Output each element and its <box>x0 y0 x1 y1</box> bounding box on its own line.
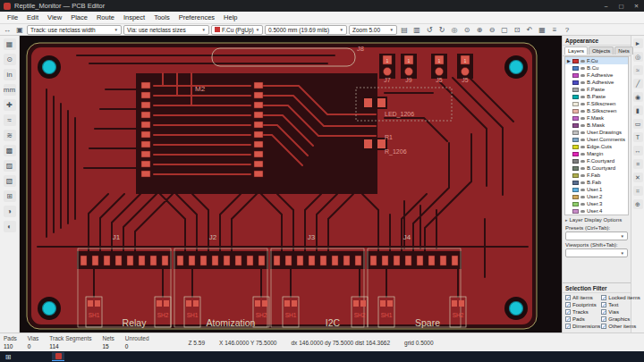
layer-color-swatch[interactable] <box>572 59 579 63</box>
filter-checkbox-item[interactable]: ✓ Dimensions <box>565 324 600 329</box>
layer-color-swatch[interactable] <box>572 66 579 71</box>
menu-item[interactable]: Preferences <box>174 12 219 23</box>
ref-j7[interactable]: J7 <box>384 77 391 83</box>
section-label-atomization[interactable]: Atomization <box>207 317 256 328</box>
mounting-hole[interactable] <box>504 297 528 320</box>
tab-objects[interactable]: Objects <box>589 46 614 55</box>
checkbox-icon[interactable]: ✓ <box>601 324 606 329</box>
menu-item[interactable]: View <box>43 12 66 23</box>
layer-color-swatch[interactable] <box>572 145 579 149</box>
layer-visibility-icon[interactable] <box>580 103 585 105</box>
toolbar-icon-find-icon[interactable]: ◎ <box>449 25 460 35</box>
menu-item[interactable]: Tools <box>149 12 174 23</box>
checkbox-icon[interactable]: ✓ <box>565 324 571 329</box>
checkbox-icon[interactable]: ✓ <box>601 302 606 307</box>
layer-row-B.Fab[interactable]: B.Fab <box>565 179 628 186</box>
layer-color-swatch[interactable] <box>572 195 579 199</box>
filter-checkbox-item[interactable]: ✓ All items <box>565 295 600 300</box>
layer-row-F.Mask[interactable]: F.Mask <box>565 114 628 122</box>
layer-display-options-header[interactable]: ▸ Layer Display Options <box>563 215 631 223</box>
left-toolbar-icon-pad-numbers-icon[interactable]: ⊞ <box>4 190 16 202</box>
layer-color-swatch[interactable] <box>572 80 579 85</box>
right-toolbar-icon-highlight-net-icon[interactable]: ◎ <box>633 52 643 62</box>
toolbar-icon-rotate-icon[interactable]: ↶ <box>524 25 535 35</box>
layer-row-User.1[interactable]: User.1 <box>565 186 628 193</box>
label-sh[interactable]: SH2 <box>157 312 169 318</box>
section-label-i2c[interactable]: I2C <box>326 317 341 328</box>
layer-color-swatch[interactable] <box>572 159 579 164</box>
footprint-led[interactable] <box>362 97 387 109</box>
label-sh[interactable]: SH1 <box>89 312 100 318</box>
layer-row-Margin[interactable]: Margin <box>565 150 628 157</box>
mounting-hole[interactable] <box>38 55 61 79</box>
label-sh[interactable]: SH2 <box>256 312 267 318</box>
layer-color-swatch[interactable] <box>572 152 579 156</box>
checkbox-icon[interactable]: ✓ <box>565 316 571 322</box>
left-toolbar-icon-ratsnest-icon[interactable]: ≈ <box>4 114 16 126</box>
filter-checkbox-item[interactable]: ✓ Footprints <box>565 302 600 307</box>
ref-j2[interactable]: J2 <box>209 233 217 241</box>
label-sh[interactable]: SH2 <box>354 312 366 318</box>
layer-row-F.Fab[interactable]: F.Fab <box>565 172 628 179</box>
pcb-canvas[interactable]: J8 M2 J7 J9 J5 J5 1 1 1 1 LED_1206 R1 R_… <box>20 36 562 333</box>
menu-item[interactable]: Place <box>66 12 92 23</box>
checkbox-icon[interactable]: ✓ <box>565 309 571 315</box>
ref-j5a[interactable]: J5 <box>436 77 443 83</box>
layer-color-swatch[interactable] <box>572 95 579 99</box>
layer-visibility-icon[interactable] <box>580 88 585 91</box>
layer-row-F.Silkscreen[interactable]: F.Silkscreen <box>565 100 628 107</box>
layer-color-swatch[interactable] <box>572 202 579 206</box>
left-toolbar-icon-units-inch-icon[interactable]: in <box>4 69 16 80</box>
right-toolbar-icon-delete-tool-icon[interactable]: ✕ <box>633 173 643 182</box>
label-sh[interactable]: SH1 <box>285 312 297 318</box>
label-led[interactable]: LED_1206 <box>385 111 414 118</box>
layer-row-User.2[interactable]: User.2 <box>565 193 628 200</box>
filter-checkbox-item[interactable]: ✓ Pads <box>565 316 600 322</box>
toolbar-icon-redo-icon[interactable]: ↻ <box>436 25 447 35</box>
track-width-dropdown[interactable]: Track: use netclass width▼ <box>27 25 122 35</box>
layer-visibility-icon[interactable] <box>580 96 585 98</box>
left-toolbar-icon-zone-outline-icon[interactable]: ▨ <box>4 160 16 172</box>
window-button-minimize-button[interactable]: – <box>598 0 614 12</box>
window-button-close-button[interactable]: ✕ <box>629 0 644 12</box>
left-toolbar-icon-zone-fill-icon[interactable]: ▩ <box>4 145 16 156</box>
ref-j9[interactable]: J9 <box>405 77 412 83</box>
left-toolbar-icon-polar-coords-icon[interactable]: ⊙ <box>4 54 16 65</box>
footprint-j9[interactable] <box>401 54 417 79</box>
menu-item[interactable]: Inspect <box>119 12 149 23</box>
layer-row-B.Mask[interactable]: B.Mask <box>565 122 628 129</box>
left-toolbar-icon-high-contrast-icon[interactable]: ◑ <box>4 206 16 217</box>
filter-checkbox-item[interactable]: ✓ Text <box>601 302 640 307</box>
layer-visibility-icon[interactable] <box>580 131 585 134</box>
toolbar-icon-print-icon[interactable]: ▥ <box>411 25 422 35</box>
right-toolbar-icon-origin-tool-icon[interactable]: ⊕ <box>633 199 643 209</box>
layer-row-F.Paste[interactable]: F.Paste <box>565 86 628 93</box>
layer-row-F.Cu[interactable]: ▶ F.Cu <box>565 57 628 64</box>
right-toolbar-icon-local-ratsnest-icon[interactable]: ≈ <box>633 65 643 75</box>
layer-visibility-icon[interactable] <box>580 67 585 70</box>
layer-visibility-icon[interactable] <box>580 117 585 120</box>
toolbar-icon-auto-width-icon[interactable]: ▣ <box>14 25 25 35</box>
layer-color-swatch[interactable] <box>572 209 579 214</box>
footprint-r1[interactable] <box>362 138 387 150</box>
checkbox-icon[interactable]: ✓ <box>565 295 571 300</box>
toolbar-icon-3d-viewer-icon[interactable]: ▦ <box>537 25 547 35</box>
layer-row-User.4[interactable]: User.4 <box>565 207 628 215</box>
footprint-j5a[interactable] <box>431 54 447 79</box>
footprint-j5b[interactable] <box>457 54 473 79</box>
layer-color-swatch[interactable] <box>572 123 579 128</box>
layer-row-B.Paste[interactable]: B.Paste <box>565 93 628 100</box>
layer-row-User.3[interactable]: User.3 <box>565 200 628 207</box>
via-size-dropdown[interactable]: Via: use netclass sizes▼ <box>123 25 209 35</box>
start-button[interactable]: ⊞ <box>0 351 16 362</box>
layer-visibility-icon[interactable] <box>580 181 585 184</box>
toolbar-icon-save-icon[interactable]: ▤ <box>399 25 410 35</box>
right-toolbar-icon-dimension-tool-icon[interactable]: ↔ <box>633 146 643 156</box>
left-toolbar-icon-grid-toggle-icon[interactable]: ▦ <box>4 38 16 50</box>
filter-checkbox-item[interactable]: ✓ Locked items <box>601 295 640 300</box>
menu-item[interactable]: Help <box>219 12 242 23</box>
right-toolbar-icon-via-tool-icon[interactable]: ◉ <box>633 92 643 102</box>
layer-color-swatch[interactable] <box>572 88 579 92</box>
layer-visibility-icon[interactable] <box>580 74 585 77</box>
layer-color-swatch[interactable] <box>572 102 579 106</box>
